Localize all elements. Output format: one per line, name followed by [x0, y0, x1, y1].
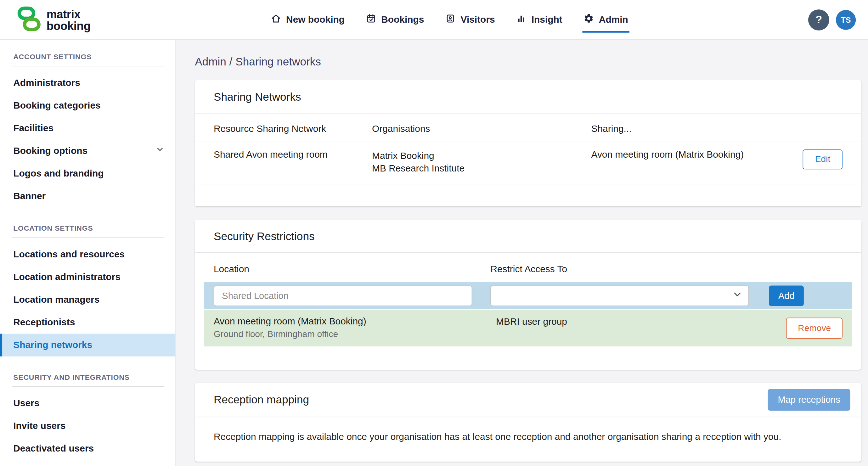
- sidebar-item-facilities[interactable]: Facilities: [0, 117, 176, 139]
- sidebar-section-location-settings: LOCATION SETTINGS Locations and resource…: [0, 208, 176, 356]
- brand-mark-icon: [17, 5, 41, 34]
- section-title: ACCOUNT SETTINGS: [0, 40, 176, 66]
- help-button[interactable]: ?: [808, 9, 829, 30]
- remove-button[interactable]: Remove: [786, 318, 842, 339]
- sidebar-item-booking-categories[interactable]: Booking categories: [0, 94, 176, 117]
- restricted-to-cell: MBRI user group: [490, 316, 786, 328]
- sidebar-section-security-and-integrations: SECURITY AND INTEGRATIONS Users Invite u…: [0, 356, 176, 460]
- header-actions: ? TS: [808, 9, 856, 30]
- bar-chart-icon: [516, 13, 527, 26]
- top-bar: matrix booking New booking Book: [0, 0, 868, 40]
- sidebar-item-administrators[interactable]: Administrators: [0, 71, 176, 94]
- shared-location-input[interactable]: [214, 285, 472, 306]
- nav-bookings[interactable]: Bookings: [366, 13, 424, 26]
- restrict-access-label: Restrict Access To: [490, 264, 842, 275]
- sidebar-item-label: Deactivated users: [13, 443, 94, 454]
- nav-new-booking[interactable]: New booking: [271, 13, 345, 26]
- card-title: Security Restrictions: [195, 220, 861, 252]
- sharing-networks-card: Sharing Networks Resource Sharing Networ…: [195, 80, 861, 207]
- sidebar-item-label: Receptionists: [13, 317, 75, 328]
- sidebar-item-users[interactable]: Users: [0, 392, 176, 414]
- section-title: LOCATION SETTINGS: [0, 208, 176, 238]
- map-receptions-button[interactable]: Map receptions: [768, 389, 850, 411]
- column-header: Resource Sharing Network: [214, 123, 372, 134]
- sidebar-item-label: Logos and branding: [13, 168, 103, 179]
- sidebar-item-label: Facilities: [13, 123, 54, 134]
- nav-insight[interactable]: Insight: [516, 13, 562, 26]
- restrict-access-select[interactable]: [490, 285, 749, 306]
- sidebar-item-deactivated-users[interactable]: Deactivated users: [0, 437, 176, 460]
- sidebar-item-label: Booking categories: [13, 100, 100, 111]
- reception-mapping-header: Reception mapping Map receptions: [195, 383, 861, 416]
- card-title: Sharing Networks: [195, 80, 861, 113]
- add-button[interactable]: Add: [769, 285, 804, 306]
- sidebar-item-label: Locations and resources: [13, 249, 125, 260]
- sidebar-item-label: Invite users: [13, 421, 65, 431]
- sidebar-item-label: Booking options: [13, 145, 88, 156]
- restriction-row: Avon meeting room (Matrix Booking) Groun…: [204, 310, 852, 346]
- sidebar-item-invite-users[interactable]: Invite users: [0, 414, 176, 437]
- user-avatar[interactable]: TS: [836, 10, 856, 30]
- nav-admin[interactable]: Admin: [584, 13, 628, 26]
- location-sublabel: Ground floor, Birmingham office: [214, 330, 490, 340]
- chevron-down-icon: [155, 145, 164, 157]
- sidebar-item-label: Sharing networks: [13, 340, 92, 350]
- gear-icon: [584, 13, 594, 26]
- security-restrictions-card: Security Restrictions Location Restrict …: [195, 220, 861, 370]
- network-name-cell: Shared Avon meeting room: [214, 150, 372, 160]
- nav-label: New booking: [286, 14, 345, 25]
- form-labels-row: Location Restrict Access To: [195, 253, 861, 282]
- admin-sidebar: ACCOUNT SETTINGS Administrators Booking …: [0, 40, 176, 466]
- sidebar-item-label: Administrators: [13, 77, 80, 88]
- home-icon: [271, 13, 281, 26]
- sidebar-item-sharing-networks[interactable]: Sharing networks: [0, 334, 176, 356]
- edit-button[interactable]: Edit: [803, 150, 842, 169]
- nav-visitors[interactable]: Visitors: [445, 13, 495, 26]
- main-content: Admin / Sharing networks Sharing Network…: [176, 40, 868, 466]
- calendar-check-icon: [366, 13, 376, 26]
- table-row: Shared Avon meeting room Matrix Booking …: [195, 142, 861, 184]
- sidebar-section-account-settings: ACCOUNT SETTINGS Administrators Booking …: [0, 40, 176, 208]
- sidebar-item-location-managers[interactable]: Location managers: [0, 288, 176, 311]
- column-header: Organisations: [372, 123, 591, 134]
- nav-label: Bookings: [381, 14, 424, 25]
- logo-text: matrix booking: [46, 8, 91, 31]
- section-title: SECURITY AND INTEGRATIONS: [0, 356, 176, 386]
- reception-mapping-card: Reception mapping Map receptions Recepti…: [195, 383, 861, 462]
- main-nav: New booking Bookings Visitors: [271, 13, 628, 26]
- matrix-booking-logo[interactable]: matrix booking: [17, 5, 91, 34]
- organisations-cell: Matrix Booking MB Research Institute: [372, 150, 591, 175]
- add-restriction-row: Add: [204, 282, 852, 309]
- sidebar-item-banner[interactable]: Banner: [0, 185, 176, 207]
- app-root: matrix booking New booking Book: [0, 0, 868, 466]
- visitor-badge-icon: [445, 13, 456, 26]
- nav-label: Insight: [532, 14, 562, 25]
- table-header-row: Resource Sharing Network Organisations S…: [195, 114, 861, 142]
- nav-label: Admin: [599, 14, 628, 25]
- sidebar-item-booking-options[interactable]: Booking options: [0, 139, 176, 162]
- column-header: Sharing...: [591, 123, 843, 134]
- sidebar-item-label: Location managers: [13, 294, 99, 305]
- card-title: Reception mapping: [214, 394, 309, 406]
- breadcrumb[interactable]: Admin / Sharing networks: [195, 55, 861, 68]
- location-cell: Avon meeting room (Matrix Booking) Groun…: [214, 316, 490, 339]
- sidebar-item-receptionists[interactable]: Receptionists: [0, 311, 176, 334]
- nav-label: Visitors: [461, 14, 495, 25]
- sidebar-item-label: Banner: [13, 191, 45, 202]
- location-label: Location: [214, 264, 490, 275]
- sidebar-item-label: Location administrators: [13, 272, 121, 283]
- reception-mapping-message: Reception mapping is available once your…: [195, 417, 861, 462]
- chevron-down-icon: [732, 289, 743, 302]
- sidebar-item-location-administrators[interactable]: Location administrators: [0, 266, 176, 288]
- sharing-cell: Avon meeting room (Matrix Booking): [591, 150, 803, 160]
- sidebar-item-logos-and-branding[interactable]: Logos and branding: [0, 162, 176, 185]
- sidebar-item-locations-and-resources[interactable]: Locations and resources: [0, 243, 176, 266]
- sidebar-item-label: Users: [13, 398, 39, 409]
